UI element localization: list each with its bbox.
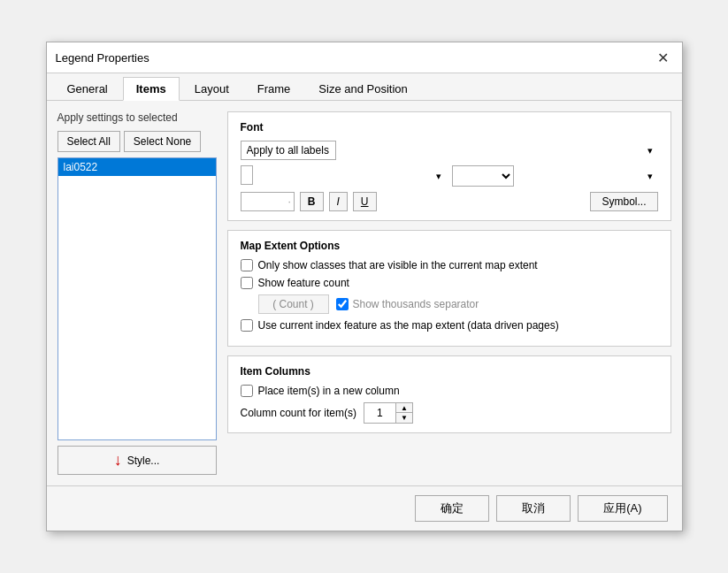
visible-classes-checkbox[interactable] [241,259,253,271]
count-box: ( Count ) [258,294,329,314]
thousands-check-row: Show thousands separator [336,298,479,310]
font-section-title: Font [241,121,658,134]
style-button[interactable]: ↓ Style... [57,446,217,475]
font-apply-row: Apply to all labels [241,141,658,160]
map-extent-title: Map Extent Options [241,240,658,252]
thousands-separator-label: Show thousands separator [353,298,479,310]
symbol-button[interactable]: Symbol... [590,192,657,211]
footer: 确定 取消 应用(A) [47,485,682,531]
title-bar: Legend Properties ✕ [47,42,682,73]
index-feature-checkbox[interactable] [241,319,253,332]
new-column-label: Place item(s) in a new column [258,385,400,397]
tab-items[interactable]: Items [123,77,180,101]
item-columns-section: Item Columns Place item(s) in a new colu… [227,355,671,433]
font-style-dropdown[interactable] [452,165,514,187]
tab-size-and-position[interactable]: Size and Position [305,77,420,100]
apply-settings-label: Apply settings to selected [57,111,217,124]
feature-count-label: Show feature count [258,277,349,289]
select-all-button[interactable]: Select All [57,131,120,152]
items-list[interactable]: lai0522 [57,157,217,440]
item-columns-title: Item Columns [241,365,658,378]
right-panel: Font Apply to all labels [227,111,671,475]
cancel-button[interactable]: 取消 [496,495,571,522]
confirm-button[interactable]: 确定 [415,495,489,522]
visible-classes-row: Only show classes that are visible in th… [241,259,658,271]
font-name-dropdown[interactable] [241,165,253,185]
arrow-down-icon: ↓ [114,451,122,470]
tab-layout[interactable]: Layout [181,77,242,100]
dialog-title: Legend Properties [56,51,149,65]
count-row: ( Count ) Show thousands separator [258,294,658,314]
left-panel: Apply settings to selected Select All Se… [57,111,217,475]
column-count-label: Column count for item(s) [241,407,356,419]
main-content: Apply settings to selected Select All Se… [47,101,682,485]
index-feature-row: Use current index feature as the map ext… [241,319,658,332]
apply-dropdown[interactable]: Apply to all labels [241,141,336,160]
spinner-down-button[interactable]: ▼ [396,413,412,423]
apply-dropdown-wrapper: Apply to all labels [241,141,658,160]
apply-button[interactable]: 应用(A) [578,495,667,522]
italic-button[interactable]: I [329,192,348,211]
style-button-label: Style... [127,455,160,467]
legend-properties-dialog: Legend Properties ✕ General Items Layout… [46,42,683,531]
spinner-buttons: ▲ ▼ [395,403,412,423]
font-name-row [241,165,658,187]
font-style-dropdown-wrapper [452,165,658,187]
new-column-row: Place item(s) in a new column [241,385,658,397]
column-count-input[interactable]: 1 [364,404,395,422]
spinner-up-button[interactable]: ▲ [396,403,412,413]
tab-frame[interactable]: Frame [244,77,304,100]
feature-count-row: Show feature count [241,277,658,289]
column-count-spinner: 1 ▲ ▼ [364,402,413,424]
new-column-checkbox[interactable] [241,385,253,397]
index-feature-label: Use current index feature as the map ext… [258,319,559,332]
font-size-input[interactable] [241,193,286,210]
font-name-dropdown-wrapper [241,165,447,187]
feature-count-checkbox[interactable] [241,277,253,289]
font-section: Font Apply to all labels [227,111,671,221]
font-format-row: · B I U Symbol... [241,192,658,211]
select-none-button[interactable]: Select None [124,131,201,152]
column-count-row: Column count for item(s) 1 ▲ ▼ [241,402,658,424]
thousands-separator-checkbox[interactable] [336,298,349,310]
font-size-wrapper: · [241,192,295,211]
list-item[interactable]: lai0522 [58,158,216,176]
tab-general[interactable]: General [54,77,121,100]
size-separator: · [286,195,294,208]
select-buttons-row: Select All Select None [57,131,217,152]
close-button[interactable]: ✕ [654,48,673,67]
map-extent-section: Map Extent Options Only show classes tha… [227,230,671,347]
visible-classes-label: Only show classes that are visible in th… [258,259,538,271]
underline-button[interactable]: U [353,192,377,211]
bold-button[interactable]: B [300,192,324,211]
tab-bar: General Items Layout Frame Size and Posi… [47,73,682,101]
